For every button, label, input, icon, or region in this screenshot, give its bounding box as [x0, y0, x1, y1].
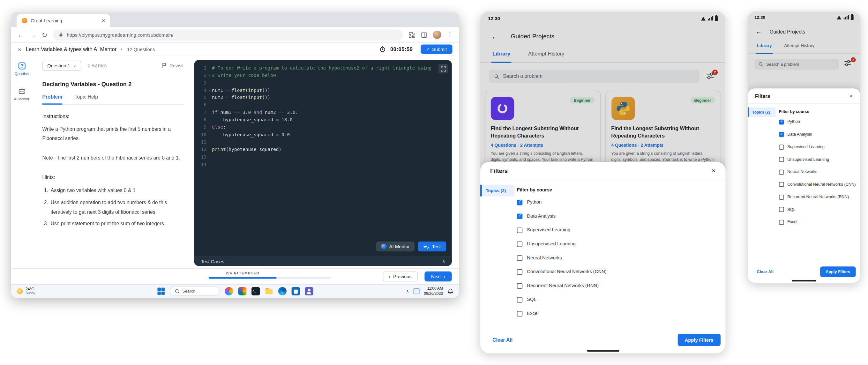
checkbox-icon[interactable] [779, 132, 784, 137]
submit-button[interactable]: ✓ Submit [421, 44, 453, 54]
ai-mentor-button[interactable]: AI Mentor [376, 242, 415, 251]
tab-problem[interactable]: Problem [42, 94, 63, 105]
store-icon[interactable] [291, 287, 300, 296]
checkbox-icon[interactable] [517, 200, 522, 205]
tray-app-icon[interactable] [413, 288, 419, 294]
notification-bell-icon[interactable] [447, 288, 454, 294]
question-selector[interactable]: Question 1 ∨ [42, 61, 81, 70]
code-line[interactable]: 13 [194, 153, 436, 160]
profile-avatar[interactable] [433, 31, 441, 39]
code-line[interactable]: 12print(hypotenuse_squared) [194, 146, 436, 153]
apply-filters-button[interactable]: Apply Filters [678, 334, 720, 346]
checkbox-icon[interactable] [779, 157, 784, 162]
checkbox-icon[interactable] [779, 182, 784, 187]
checkbox-icon[interactable] [517, 311, 522, 316]
taskbar-weather[interactable]: 24°C Sunny [17, 287, 35, 296]
checkbox-icon[interactable] [779, 119, 784, 124]
checkbox-icon[interactable] [517, 241, 522, 247]
checkbox-icon[interactable] [779, 219, 784, 224]
taskbar-clock[interactable]: 11:00 AM 09/26/2023 [424, 287, 443, 296]
checkbox-icon[interactable] [779, 194, 784, 200]
browser-menu-icon[interactable]: ⋮ [447, 32, 453, 38]
filter-option[interactable]: Python [517, 199, 720, 205]
code-line[interactable]: 14 [194, 161, 436, 168]
code-line[interactable]: 8 hypotenuse_squared = 18.0 [194, 117, 436, 124]
photos-icon[interactable] [238, 287, 246, 296]
rail-item-question[interactable]: Question [11, 56, 32, 81]
topics-tab[interactable]: Topics (2) [748, 108, 775, 117]
edge-icon[interactable] [278, 287, 286, 296]
extensions-icon[interactable] [408, 32, 415, 38]
code-line[interactable]: 5num2 = float(input()) [194, 94, 436, 101]
lesson-close-icon[interactable]: × [18, 46, 21, 53]
code-line[interactable]: 1# To do: Write a program to calculate t… [194, 64, 436, 72]
code-line[interactable]: 6 [194, 101, 436, 109]
code-line[interactable]: 9else: [194, 124, 436, 131]
tab-close-icon[interactable]: × [101, 18, 105, 24]
taskbar-search[interactable]: Search [169, 286, 220, 296]
home-indicator[interactable] [792, 280, 816, 281]
clear-all-button[interactable]: Clear All [756, 269, 774, 274]
filter-option[interactable]: Supervised Learning [779, 144, 856, 150]
apply-filters-button[interactable]: Apply Filters [820, 266, 856, 277]
filter-option[interactable]: Recurrent Neural Networks (RNN) [517, 283, 720, 289]
fullscreen-icon[interactable] [438, 64, 448, 74]
previous-button[interactable]: ‹ Previous [383, 272, 418, 281]
clear-all-button[interactable]: Clear All [492, 337, 513, 343]
forward-icon[interactable]: → [29, 32, 36, 38]
checkbox-icon[interactable] [517, 227, 522, 233]
file-explorer-icon[interactable] [265, 287, 273, 296]
reload-icon[interactable]: ↻ [42, 32, 48, 38]
tab-topic-help[interactable]: Topic Help [75, 94, 98, 104]
code-line[interactable]: 11 [194, 139, 436, 146]
checkbox-icon[interactable] [779, 170, 784, 175]
filter-option[interactable]: SQL [517, 297, 720, 303]
checkbox-icon[interactable] [517, 255, 522, 261]
filter-option[interactable]: Unsupervised Learning [779, 157, 856, 162]
checkbox-icon[interactable] [779, 144, 784, 149]
address-bar[interactable]: https://olympus.mygreatlearning.com/subd… [53, 29, 403, 40]
filter-option[interactable]: Unsupervised Learning [517, 241, 720, 247]
side-panel-icon[interactable] [421, 32, 427, 38]
home-indicator[interactable] [587, 350, 619, 352]
test-button[interactable]: Test [418, 242, 446, 251]
filter-option[interactable]: Python [779, 119, 856, 124]
code-line[interactable]: 4▾num1 = float(input()) [194, 87, 436, 94]
rail-item-ai-mentor[interactable]: AI Mentor [11, 81, 32, 106]
filter-option[interactable]: Data Analysis [517, 213, 720, 219]
terminal-icon[interactable] [251, 287, 259, 296]
code-line[interactable]: 3 [194, 80, 436, 87]
start-button[interactable] [157, 287, 165, 295]
checkbox-icon[interactable] [517, 269, 522, 274]
test-cases-bar[interactable]: Test Cases ∧ [194, 256, 452, 266]
code-line[interactable]: 2▾# Write your code below [194, 72, 436, 79]
code-area[interactable]: 1# To do: Write a program to calculate t… [194, 64, 436, 168]
back-icon[interactable]: ← [17, 32, 24, 38]
tray-chevron-icon[interactable]: ∧ [406, 289, 409, 294]
revisit-button[interactable]: Revisit [162, 63, 184, 68]
close-icon[interactable]: × [850, 93, 853, 99]
close-icon[interactable]: × [712, 167, 715, 175]
filter-option[interactable]: Supervised Learning [517, 227, 720, 233]
filter-option[interactable]: Neural Networks [779, 169, 856, 175]
filter-option[interactable]: Data Analysis [779, 131, 856, 137]
filter-option[interactable]: SQL [779, 207, 856, 212]
filter-option[interactable]: Convolutional Neural Networks (CNN) [779, 182, 856, 187]
filter-option[interactable]: Recurrent Neural Networks (RNN) [779, 194, 856, 200]
filter-option[interactable]: Excel [779, 219, 856, 224]
filter-option[interactable]: Neural Networks [517, 255, 720, 261]
checkbox-icon[interactable] [517, 283, 522, 288]
checkbox-icon[interactable] [517, 213, 522, 219]
code-line[interactable]: 10 hypotenuse_squared = 0.0 [194, 131, 436, 139]
checkbox-icon[interactable] [779, 207, 784, 212]
teams-icon[interactable] [305, 287, 313, 296]
filter-option[interactable]: Convolutional Neural Networks (CNN) [517, 269, 720, 275]
collapse-chevron-icon[interactable]: ∧ [442, 260, 445, 264]
topics-tab[interactable]: Topics (2) [480, 185, 515, 196]
next-button[interactable]: Next › [425, 272, 452, 281]
copilot-icon[interactable] [225, 287, 233, 296]
code-line[interactable]: 7if num1 == 3.0 and num2 == 3.0: [194, 109, 436, 116]
filter-option[interactable]: Excel [517, 311, 720, 317]
browser-tab[interactable]: Great Learning × [17, 14, 110, 27]
checkbox-icon[interactable] [517, 297, 522, 302]
